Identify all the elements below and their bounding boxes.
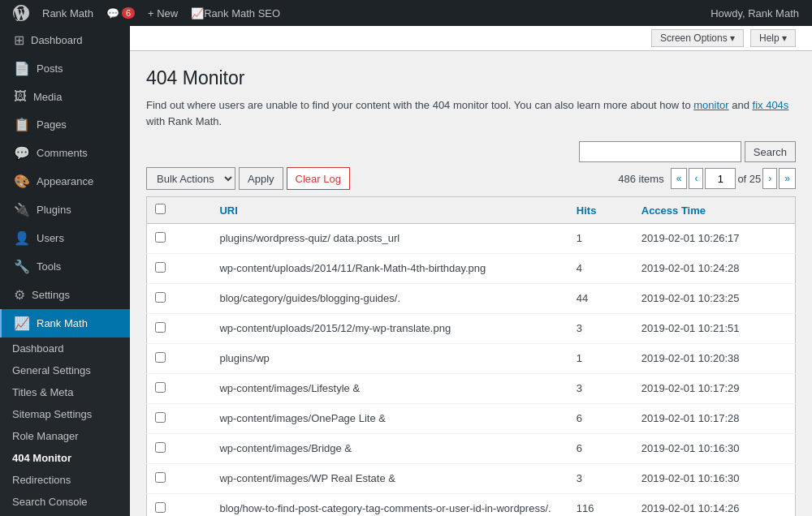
monitor-link[interactable]: monitor (693, 99, 728, 111)
sidebar-item-pages[interactable]: 📋 Pages (0, 110, 130, 139)
th-hits[interactable]: Hits (568, 197, 633, 224)
rm-submenu-dashboard[interactable]: Dashboard (0, 338, 130, 359)
rm-role-label: Role Manager (12, 430, 79, 442)
sidebar-item-rank-math[interactable]: 📈 Rank Math (0, 309, 130, 338)
pages-icon: 📋 (14, 117, 30, 132)
sidebar-item-label: Posts (37, 62, 63, 75)
posts-icon: 📄 (14, 61, 30, 76)
row-checkbox-cell (147, 494, 212, 517)
row-hits: 1 (568, 224, 633, 254)
apply-label: Apply (248, 173, 274, 185)
description-and: and (732, 99, 752, 111)
fix404s-link[interactable]: fix 404s (753, 99, 789, 111)
row-hits: 4 (568, 254, 633, 284)
rm-submenu-general[interactable]: General Settings (0, 359, 130, 381)
howdy-text: Howdy, Rank Math (710, 7, 799, 19)
rm-sitemap-label: Sitemap Settings (12, 408, 92, 420)
pagination-of: of 25 (737, 173, 761, 185)
rm-general-label: General Settings (12, 364, 91, 376)
rm-submenu-404[interactable]: 404 Monitor (0, 447, 130, 469)
sidebar-item-label: Comments (37, 147, 88, 159)
rm-titles-label: Titles & Meta (12, 386, 73, 398)
sidebar-item-dashboard[interactable]: ⊞ Dashboard (0, 26, 130, 54)
settings-icon: ⚙ (14, 287, 25, 303)
rm-submenu-search-console[interactable]: Search Console (0, 491, 130, 513)
row-checkbox[interactable] (155, 322, 166, 333)
rm-submenu-redirections[interactable]: Redirections (0, 469, 130, 491)
row-checkbox[interactable] (155, 352, 166, 363)
sidebar-item-appearance[interactable]: 🎨 Appearance (0, 167, 130, 196)
bulk-actions-select[interactable]: Bulk Actions (146, 167, 235, 190)
search-input[interactable] (579, 141, 741, 162)
rm-submenu-titles[interactable]: Titles & Meta (0, 381, 130, 403)
sidebar-item-posts[interactable]: 📄 Posts (0, 54, 130, 83)
sidebar-item-label: Rank Math (37, 317, 88, 329)
next-page-button[interactable]: › (762, 168, 777, 189)
row-checkbox[interactable] (155, 232, 166, 243)
search-button[interactable]: Search (745, 141, 796, 162)
table-row: plugins/wordpress-quiz/ data.posts_url 1… (147, 224, 796, 254)
last-page-button[interactable]: » (779, 168, 796, 189)
row-checkbox[interactable] (155, 382, 166, 393)
rm-submenu-seo-analysis[interactable]: SEO Analysis (0, 513, 130, 516)
th-access-time[interactable]: Access Time (633, 197, 796, 224)
row-access-time: 2019-02-01 10:14:26 (633, 494, 796, 517)
rm-submenu-sitemap[interactable]: Sitemap Settings (0, 403, 130, 425)
sidebar-item-label: Media (33, 91, 62, 103)
tools-icon: 🔧 (14, 259, 30, 274)
404-monitor-table: URI Hits Access Time plugins/wordpress-q… (146, 196, 796, 516)
table-toolbar: Bulk Actions Apply Clear Log 486 items «… (146, 167, 796, 190)
row-checkbox[interactable] (155, 292, 166, 303)
table-row: wp-content/images/Bridge & 6 2019-02-01 … (147, 434, 796, 464)
description-end: with Rank Math. (146, 115, 222, 127)
row-uri: wp-content/images/Bridge & (211, 434, 568, 464)
screen-options-button[interactable]: Screen Options ▾ (651, 29, 744, 47)
rm-submenu-role[interactable]: Role Manager (0, 425, 130, 447)
row-checkbox[interactable] (155, 502, 166, 513)
sidebar-item-users[interactable]: 👤 Users (0, 224, 130, 252)
sidebar-item-plugins[interactable]: 🔌 Plugins (0, 196, 130, 224)
sidebar-item-tools[interactable]: 🔧 Tools (0, 252, 130, 281)
select-all-checkbox[interactable] (155, 204, 166, 214)
row-access-time: 2019-02-01 10:20:38 (633, 344, 796, 374)
site-name-link[interactable]: Rank Math (36, 0, 100, 26)
help-button[interactable]: Help ▾ (750, 29, 796, 47)
row-checkbox[interactable] (155, 412, 166, 423)
row-access-time: 2019-02-01 10:17:28 (633, 404, 796, 434)
apply-button[interactable]: Apply (239, 167, 283, 190)
screen-options-label: Screen Options ▾ (660, 32, 735, 44)
sidebar-item-comments[interactable]: 💬 Comments (0, 139, 130, 167)
row-checkbox-cell (147, 224, 212, 254)
th-hits-label: Hits (577, 204, 597, 217)
sidebar-item-media[interactable]: 🖼 Media (0, 83, 130, 110)
wp-logo[interactable] (6, 5, 36, 21)
site-name-text: Rank Math (42, 7, 93, 19)
comments-link[interactable]: 💬 6 (100, 0, 141, 26)
row-uri: plugins/wordpress-quiz/ data.posts_url (211, 224, 568, 254)
howdy-link[interactable]: Howdy, Rank Math (704, 0, 806, 26)
row-uri: wp-content/images/OnePage Lite & (211, 404, 568, 434)
first-page-button[interactable]: « (671, 168, 688, 189)
sidebar-item-label: Dashboard (31, 34, 83, 46)
sidebar-item-settings[interactable]: ⚙ Settings (0, 281, 130, 309)
clear-log-button[interactable]: Clear Log (287, 167, 350, 190)
new-content-link[interactable]: + New (141, 0, 184, 26)
users-icon: 👤 (14, 230, 30, 246)
current-page-input[interactable] (705, 168, 736, 189)
plugin-name-text: Rank Math SEO (204, 7, 280, 19)
th-uri[interactable]: URI (211, 197, 568, 224)
media-icon: 🖼 (14, 89, 27, 104)
row-checkbox[interactable] (155, 262, 166, 273)
plugin-link[interactable]: 📈 Rank Math SEO (184, 0, 287, 26)
row-checkbox[interactable] (155, 442, 166, 453)
prev-page-button[interactable]: ‹ (689, 168, 703, 189)
row-checkbox-cell (147, 284, 212, 314)
row-uri: blog/how-to-find-post-category-tag-comme… (211, 494, 568, 517)
row-hits: 6 (568, 434, 633, 464)
table-row: wp-content/uploads/2015/12/my-wp-transla… (147, 314, 796, 344)
sidebar-item-label: Pages (37, 118, 67, 131)
row-hits: 3 (568, 464, 633, 494)
plugins-icon: 🔌 (14, 202, 30, 217)
row-checkbox[interactable] (155, 472, 166, 483)
row-hits: 3 (568, 314, 633, 344)
